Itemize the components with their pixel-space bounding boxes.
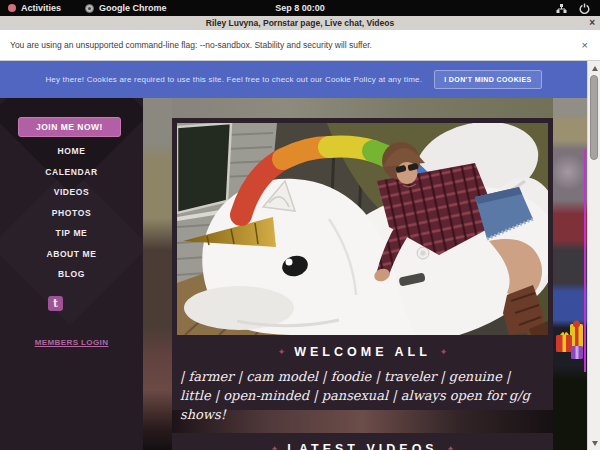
scrollbar-thumb[interactable] — [590, 75, 598, 160]
latest-videos-heading-row: ✦ LATEST VIDEOS ✦ — [172, 442, 553, 450]
web-page: Hey there! Cookies are required to use t… — [0, 61, 600, 450]
main-content-panel: ✦ WELCOME ALL ✦ | farmer | cam model | f… — [172, 118, 553, 410]
window-title: Riley Luvyna, Pornstar page, Live chat, … — [206, 18, 394, 28]
cookie-banner: Hey there! Cookies are required to use t… — [0, 61, 587, 98]
activities-button[interactable]: Activities — [8, 3, 61, 13]
welcome-heading-row: ✦ WELCOME ALL ✦ — [177, 345, 548, 359]
diamond-bullet-icon: ✦ — [447, 445, 455, 450]
app-menu-button[interactable]: Google Chrome — [85, 3, 167, 13]
sidebar: JOIN ME NOW! HOME CALENDAR VIDEOS PHOTOS… — [0, 98, 143, 450]
hero-photo — [177, 123, 548, 335]
cookie-message: Hey there! Cookies are required to use t… — [45, 75, 422, 84]
background-photo-right — [553, 98, 587, 450]
welcome-heading: WELCOME ALL — [294, 345, 431, 359]
sidebar-item-blog[interactable]: BLOG — [0, 264, 143, 285]
diamond-bullet-icon: ✦ — [271, 445, 279, 450]
gnome-top-bar: Activities Google Chrome Sep 8 00:00 — [0, 0, 600, 16]
diamond-bullet-icon: ✦ — [440, 348, 448, 357]
app-menu-label: Google Chrome — [99, 3, 167, 13]
members-login-link[interactable]: MEMBERS LOGIN — [0, 338, 143, 347]
desktop-screen: Activities Google Chrome Sep 8 00:00 Ril… — [0, 0, 600, 450]
sidebar-item-photos[interactable]: PHOTOS — [0, 203, 143, 224]
latest-videos-panel: ✦ LATEST VIDEOS ✦ — [172, 433, 553, 450]
chrome-app-icon — [85, 4, 94, 13]
latest-videos-heading: LATEST VIDEOS — [287, 442, 437, 450]
chrome-infobar: You are using an unsupported command-lin… — [0, 30, 600, 61]
scroll-down-icon[interactable] — [588, 437, 600, 449]
infobar-close-icon[interactable]: × — [582, 39, 588, 51]
window-close-icon[interactable]: × — [589, 16, 595, 30]
sidebar-item-home[interactable]: HOME — [0, 141, 143, 162]
power-icon[interactable] — [579, 3, 590, 14]
welcome-description: | farmer | cam model | foodie | traveler… — [177, 367, 548, 424]
network-icon[interactable] — [556, 3, 567, 14]
window-titlebar: Riley Luvyna, Pornstar page, Live chat, … — [0, 16, 600, 30]
gift-boxes-graphic — [554, 316, 586, 366]
join-me-now-button[interactable]: JOIN ME NOW! — [18, 117, 121, 137]
sidebar-item-calendar[interactable]: CALENDAR — [0, 162, 143, 183]
background-photo-top — [143, 98, 553, 118]
twitter-icon[interactable]: t — [48, 296, 63, 311]
sidebar-item-about-me[interactable]: ABOUT ME — [0, 244, 143, 265]
sidebar-item-videos[interactable]: VIDEOS — [0, 182, 143, 203]
scroll-up-icon[interactable] — [588, 62, 600, 74]
system-tray — [556, 3, 600, 14]
activities-dot-icon — [8, 4, 16, 12]
page-scrollbar[interactable] — [587, 61, 600, 450]
cookie-accept-button[interactable]: I DON'T MIND COOKIES — [434, 70, 541, 89]
site-body: JOIN ME NOW! HOME CALENDAR VIDEOS PHOTOS… — [0, 98, 587, 450]
sidebar-item-tip-me[interactable]: TIP ME — [0, 223, 143, 244]
top-bar-left: Activities Google Chrome — [0, 3, 167, 13]
infobar-message: You are using an unsupported command-lin… — [0, 40, 372, 50]
background-photo-left — [143, 98, 172, 450]
sidebar-nav: HOME CALENDAR VIDEOS PHOTOS TIP ME ABOUT… — [0, 141, 143, 285]
activities-label: Activities — [21, 3, 61, 13]
diamond-bullet-icon: ✦ — [278, 348, 286, 357]
